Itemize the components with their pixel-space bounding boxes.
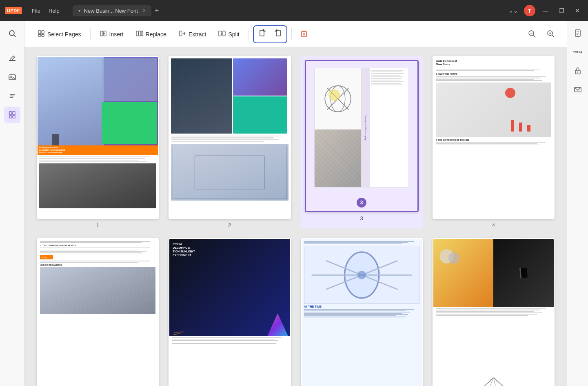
titlebar-right: ⌄⌄ T — ❐ ✕ [507,5,583,16]
delete-button[interactable] [296,27,312,42]
sidebar-divider-1 [6,46,19,46]
page-number-4: 4 [492,222,495,228]
page-item-7[interactable]: AT THE TIME [301,238,423,386]
svg-line-38 [533,35,535,37]
page-item-8[interactable]: 8 [433,238,555,386]
menu-help[interactable]: Help [45,6,63,16]
rotate-right-button[interactable] [271,28,284,41]
page-item-2[interactable]: 2 [169,56,291,228]
svg-line-41 [552,35,554,37]
sidebar-pages-icon[interactable] [4,107,20,123]
menu-file[interactable]: File [29,6,44,16]
extract-label: Extract [189,31,206,38]
page-thumb-5[interactable]: 3. THE COMPOSITION OF POINTS String [37,238,159,386]
sidebar-security-icon[interactable] [570,63,586,78]
split-button[interactable]: Split [213,27,244,41]
titlebar: UPDF File Help ▾ New Busin... New Font ×… [0,0,588,21]
page-item-1[interactable]: Building environmentinformation modeling… [37,56,159,228]
rotate-left-button[interactable] [256,28,269,41]
svg-line-56 [493,377,515,386]
sidebar-search-icon[interactable] [4,25,20,42]
extract-button[interactable]: Extract [174,27,211,41]
page-thumb-4[interactable]: Basic Elements ofPlane Space 1. KNOW THE… [433,56,555,219]
svg-rect-9 [13,112,15,115]
page-thumb-2[interactable] [169,56,291,219]
svg-rect-13 [42,31,44,33]
tab-area: ▾ New Busin... New Font × + [73,5,504,16]
sidebar-text-icon[interactable] [4,88,20,104]
sidebar-mail-icon[interactable] [570,82,586,97]
svg-rect-14 [38,34,41,36]
svg-rect-20 [136,31,138,36]
pages-area: Building environmentinformation modeling… [24,48,567,386]
app-logo[interactable]: UPDF [5,7,22,14]
insert-button[interactable]: Insert [95,27,129,41]
svg-rect-15 [42,34,44,36]
left-sidebar [0,21,24,386]
zoom-out-button[interactable] [524,27,540,42]
page-thumb-6[interactable]: PRISMDECOMPOSI-TION SUNLIGHTEXPERIMENT [169,238,291,386]
toolbar-sep-2 [249,28,249,40]
page-number-3: 3 [360,215,363,221]
replace-label: Replace [146,31,166,38]
page-number-1: 1 [96,222,99,228]
main-layout: Select Pages Insert Replace Extract [0,21,588,386]
svg-rect-22 [141,31,143,36]
svg-rect-29 [223,31,225,36]
svg-rect-16 [100,31,103,36]
svg-rect-28 [219,31,221,36]
split-label: Split [228,31,239,38]
active-tab[interactable]: ▾ New Busin... New Font × [73,5,151,16]
svg-point-64 [577,71,578,73]
svg-rect-11 [13,116,15,118]
page-thumb-3[interactable]: Geometric Philosophy [305,60,419,212]
extract-icon [179,30,186,39]
pages-grid: Building environmentinformation modeling… [37,56,555,386]
page-item-5[interactable]: 3. THE COMPOSITION OF POINTS String [37,238,159,386]
toolbar: Select Pages Insert Replace Extract [24,21,567,48]
collapse-icon[interactable]: ⌄⌄ [507,6,520,16]
select-pages-button[interactable]: Select Pages [33,27,86,41]
right-sidebar: PDF/A [567,21,588,386]
insert-icon [100,30,107,39]
svg-rect-33 [302,32,306,37]
sidebar-edit-icon[interactable] [4,50,20,67]
select-pages-label: Select Pages [47,31,81,38]
svg-rect-24 [180,31,182,36]
pdfa-label: PDF/A [573,50,583,54]
maximize-button[interactable]: ❐ [556,6,568,16]
page-item-3[interactable]: Geometric Philosophy [301,56,423,228]
page-item-4[interactable]: Basic Elements ofPlane Space 1. KNOW THE… [433,56,555,228]
zoom-in-button[interactable] [542,27,559,42]
sidebar-pdfa-icon[interactable]: PDF/A [570,44,586,60]
page-thumb-8[interactable] [433,238,555,386]
sidebar-image-icon[interactable] [4,69,20,85]
svg-rect-8 [9,112,12,115]
svg-line-58 [493,377,497,386]
titlebar-menu: File Help [29,6,63,16]
replace-icon [136,30,143,39]
page-item-6[interactable]: PRISMDECOMPOSI-TION SUNLIGHTEXPERIMENT [169,238,291,386]
tab-title: New Busin... New Font [84,8,138,14]
page-thumb-1[interactable]: Building environmentinformation modeling… [37,56,159,219]
page-thumb-7[interactable]: AT THE TIME [301,238,423,386]
toolbar-sep-3 [291,28,292,40]
page-number-2: 2 [228,222,231,228]
close-button[interactable]: ✕ [572,6,583,16]
rotate-controls [253,25,287,43]
svg-point-48 [328,89,340,101]
tab-dropdown-icon[interactable]: ▾ [78,8,81,13]
new-tab-button[interactable]: + [155,7,159,15]
svg-point-0 [9,31,14,36]
sidebar-document-icon[interactable] [570,25,586,41]
svg-rect-12 [38,31,41,33]
user-avatar[interactable]: T [524,5,535,16]
minimize-button[interactable]: — [539,6,552,16]
split-icon [218,30,226,39]
tab-close-icon[interactable]: × [143,8,146,13]
insert-label: Insert [109,31,124,38]
replace-button[interactable]: Replace [131,27,171,41]
svg-rect-21 [139,31,141,36]
content-area: Select Pages Insert Replace Extract [24,21,567,386]
svg-point-53 [357,270,366,279]
